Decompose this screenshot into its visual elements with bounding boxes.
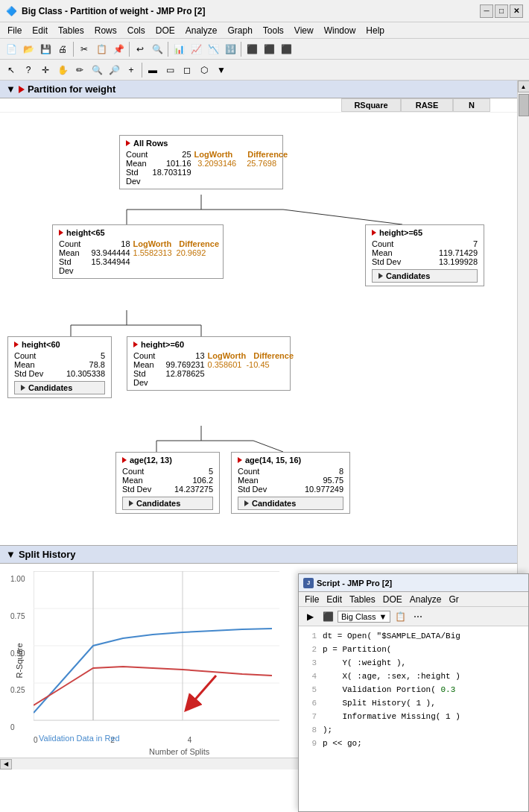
ar-mean-value: 101.16 <box>154 159 191 168</box>
menu-analyze[interactable]: Analyze <box>181 24 222 37</box>
a1213-mean-value: 106.2 <box>183 476 213 485</box>
menu-tables[interactable]: Tables <box>54 24 89 37</box>
x-axis-label: Number of Splits <box>149 747 209 756</box>
line-num-9: 9 <box>302 737 317 750</box>
line-num-4: 4 <box>302 670 317 683</box>
script-menu-analyze[interactable]: Analyze <box>407 594 445 605</box>
a1213-count-label: Count <box>122 467 144 476</box>
script-menu-edit[interactable]: Edit <box>323 594 345 605</box>
height-ge-60-triangle <box>133 342 138 347</box>
menu-edit[interactable]: Edit <box>28 24 52 37</box>
toolbar2-help[interactable]: ? <box>20 62 37 78</box>
toolbar-chart2[interactable]: 📈 <box>188 41 204 57</box>
toolbar2-t4[interactable]: ⬡ <box>196 62 212 78</box>
toolbar2-arrow[interactable]: ↖ <box>3 62 19 78</box>
toolbar2-hand[interactable]: ✋ <box>54 62 71 78</box>
section-collapse-icon[interactable]: ▼ <box>6 84 16 95</box>
menu-file[interactable]: File <box>3 24 26 37</box>
code-9: p << go; <box>323 737 362 750</box>
minimize-button[interactable]: ─ <box>480 4 493 18</box>
menu-graph[interactable]: Graph <box>223 24 256 37</box>
script-tb-run[interactable]: ▶ <box>302 608 318 625</box>
toolbar-b3[interactable]: ⬛ <box>278 41 294 57</box>
a141516-std-label: Std Dev <box>238 485 267 494</box>
toolbar2-sep-1 <box>142 63 142 78</box>
script-line-3: 3 Y( :weight ), <box>299 656 528 670</box>
h60-mean-value: 78.8 <box>83 360 105 369</box>
menu-window[interactable]: Window <box>320 24 361 37</box>
ar-logworth-value: 3.2093146 <box>197 159 236 168</box>
toolbar-undo[interactable]: ↩ <box>132 41 148 57</box>
toolbar-chart4[interactable]: 🔢 <box>222 41 238 57</box>
split-history-collapse-icon[interactable]: ▼ <box>6 549 16 560</box>
height-ge-65-candidates[interactable]: Candidates <box>372 269 478 283</box>
age-14-15-16-candidates[interactable]: Candidates <box>238 497 343 510</box>
line-num-3: 3 <box>302 656 317 670</box>
height-ge-60-node: height>=60 Count 13 Mean 99.769231 S <box>127 336 291 391</box>
script-tb-more[interactable]: ⋯ <box>410 608 426 625</box>
menu-view[interactable]: View <box>290 24 318 37</box>
toolbar-open[interactable]: 📂 <box>20 41 37 57</box>
menu-rows[interactable]: Rows <box>90 24 121 37</box>
ar-std-label: Std Dev <box>126 168 141 186</box>
script-content: 1 dt = Open( "$SAMPLE_DATA/Big 2 p = Par… <box>299 626 528 811</box>
script-menu-doe[interactable]: DOE <box>380 594 405 605</box>
h60-count-label: Count <box>14 351 36 360</box>
toolbar-cut[interactable]: ✂ <box>76 41 92 57</box>
script-menu-gr[interactable]: Gr <box>446 594 461 605</box>
h65-count-label: Count <box>59 239 80 248</box>
scroll-up-btn[interactable]: ▲ <box>518 81 530 92</box>
close-button[interactable]: ✕ <box>510 4 523 18</box>
menu-tools[interactable]: Tools <box>259 24 288 37</box>
toolbar2-zoom-in[interactable]: 🔎 <box>106 62 122 78</box>
all-rows-triangle <box>126 140 130 146</box>
svg-line-11 <box>253 441 283 452</box>
hge65-mean-value: 119.71429 <box>433 248 478 257</box>
window-controls[interactable]: ─ □ ✕ <box>480 4 523 18</box>
menu-doe[interactable]: DOE <box>151 24 180 37</box>
toolbar2-t1[interactable]: ▬ <box>145 62 161 78</box>
script-tb-copy[interactable]: 📋 <box>392 608 408 625</box>
age-12-13-candidates[interactable]: Candidates <box>122 497 213 510</box>
toolbar2-dropdown[interactable]: ▼ <box>213 62 229 78</box>
y-tick-0: 0 <box>10 723 25 731</box>
toolbar-paste[interactable]: 📌 <box>110 41 127 57</box>
line-num-6: 6 <box>302 696 317 710</box>
col-header-rase: RASE <box>401 98 453 112</box>
toolbar-print[interactable]: 🖨 <box>54 41 71 57</box>
x-label-text: Number of Splits <box>149 747 209 756</box>
script-menu-tables[interactable]: Tables <box>346 594 378 605</box>
toolbar-b2[interactable]: ⬛ <box>261 41 277 57</box>
toolbar2-zoom-out[interactable]: 🔍 <box>89 62 105 78</box>
script-menu-file[interactable]: File <box>302 594 322 605</box>
h65-mean-label: Mean <box>59 248 80 257</box>
maximize-button[interactable]: □ <box>495 4 508 18</box>
toolbar-new[interactable]: 📄 <box>3 41 19 57</box>
scroll-left-btn[interactable]: ◀ <box>0 759 12 769</box>
toolbar2-plus[interactable]: + <box>123 62 139 78</box>
toolbar-chart3[interactable]: 📉 <box>205 41 221 57</box>
script-dropdown[interactable]: Big Class ▼ <box>338 611 390 623</box>
svg-line-21 <box>190 676 216 705</box>
ar-mean-label: Mean <box>126 159 147 168</box>
scrollbar-thumb[interactable] <box>519 94 529 116</box>
title-bar-left: 🔷 Big Class - Partition of weight - JMP … <box>6 6 205 16</box>
toolbar-copy[interactable]: 📋 <box>93 41 110 57</box>
a1213-std-label: Std Dev <box>122 485 151 494</box>
toolbar-b1[interactable]: ⬛ <box>244 41 260 57</box>
script-tb-stop[interactable]: ⬛ <box>320 608 336 625</box>
h60-mean-label: Mean <box>14 360 35 369</box>
menu-help[interactable]: Help <box>361 24 389 37</box>
toolbar-chart1[interactable]: 📊 <box>171 41 187 57</box>
height-lt-60-candidates[interactable]: Candidates <box>14 381 105 394</box>
toolbar2-cross[interactable]: ✛ <box>37 62 54 78</box>
toolbar-search[interactable]: 🔍 <box>149 41 165 57</box>
script-line-1: 1 dt = Open( "$SAMPLE_DATA/Big <box>299 629 528 643</box>
code-6: Split History( 1 ), <box>323 696 436 710</box>
script-line-2: 2 p = Partition( <box>299 643 528 656</box>
toolbar2-t3[interactable]: ◻ <box>179 62 195 78</box>
toolbar2-pen[interactable]: ✏ <box>72 62 88 78</box>
toolbar2-t2[interactable]: ▭ <box>162 62 178 78</box>
menu-cols[interactable]: Cols <box>123 24 150 37</box>
toolbar-save[interactable]: 💾 <box>37 41 54 57</box>
